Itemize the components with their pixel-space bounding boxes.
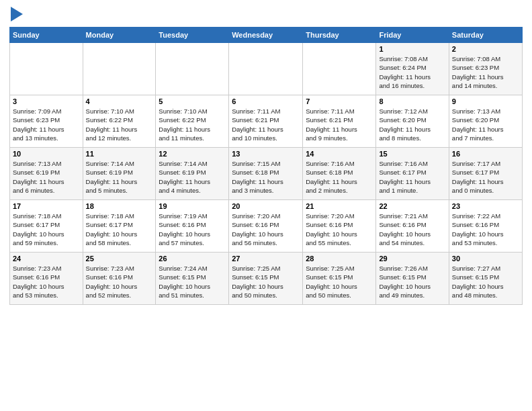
day-info: Sunrise: 7:14 AM Sunset: 6:19 PM Dayligh…: [86, 159, 153, 195]
day-cell: 24Sunrise: 7:23 AM Sunset: 6:16 PM Dayli…: [10, 253, 83, 305]
day-number: 20: [232, 202, 300, 210]
day-info: Sunrise: 7:16 AM Sunset: 6:17 PM Dayligh…: [379, 159, 445, 195]
day-cell: 2Sunrise: 7:08 AM Sunset: 6:23 PM Daylig…: [449, 43, 522, 95]
day-cell: 1Sunrise: 7:08 AM Sunset: 6:24 PM Daylig…: [376, 43, 449, 95]
day-cell: 19Sunrise: 7:19 AM Sunset: 6:16 PM Dayli…: [156, 200, 229, 253]
weekday-header-row: SundayMondayTuesdayWednesdayThursdayFrid…: [10, 28, 523, 43]
day-info: Sunrise: 7:11 AM Sunset: 6:21 PM Dayligh…: [232, 107, 300, 142]
day-info: Sunrise: 7:18 AM Sunset: 6:17 PM Dayligh…: [86, 212, 153, 247]
page-header: [9, 7, 523, 21]
day-number: 1: [379, 45, 445, 53]
day-number: 25: [86, 255, 153, 263]
day-number: 11: [86, 150, 153, 158]
day-info: Sunrise: 7:23 AM Sunset: 6:16 PM Dayligh…: [86, 264, 153, 300]
page-container: SundayMondayTuesdayWednesdayThursdayFrid…: [0, 0, 532, 411]
day-number: 22: [379, 202, 445, 210]
day-cell: 28Sunrise: 7:25 AM Sunset: 6:15 PM Dayli…: [303, 253, 376, 305]
weekday-header-tuesday: Tuesday: [156, 28, 229, 43]
week-row-2: 10Sunrise: 7:13 AM Sunset: 6:19 PM Dayli…: [10, 148, 523, 200]
day-info: Sunrise: 7:15 AM Sunset: 6:18 PM Dayligh…: [232, 159, 300, 195]
day-info: Sunrise: 7:23 AM Sunset: 6:16 PM Dayligh…: [13, 264, 80, 300]
day-number: 27: [232, 255, 300, 263]
day-info: Sunrise: 7:20 AM Sunset: 6:16 PM Dayligh…: [306, 212, 373, 247]
day-cell: 20Sunrise: 7:20 AM Sunset: 6:16 PM Dayli…: [229, 200, 303, 253]
day-number: 10: [13, 150, 80, 158]
day-cell: 29Sunrise: 7:26 AM Sunset: 6:15 PM Dayli…: [376, 253, 449, 305]
day-number: 24: [13, 255, 80, 263]
day-cell: 10Sunrise: 7:13 AM Sunset: 6:19 PM Dayli…: [10, 148, 83, 200]
day-number: 12: [159, 150, 226, 158]
day-info: Sunrise: 7:22 AM Sunset: 6:16 PM Dayligh…: [452, 212, 519, 247]
day-number: 30: [452, 255, 519, 263]
day-info: Sunrise: 7:26 AM Sunset: 6:15 PM Dayligh…: [379, 264, 445, 300]
day-info: Sunrise: 7:13 AM Sunset: 6:19 PM Dayligh…: [13, 159, 80, 195]
day-cell: 27Sunrise: 7:25 AM Sunset: 6:15 PM Dayli…: [229, 253, 303, 305]
day-cell: 21Sunrise: 7:20 AM Sunset: 6:16 PM Dayli…: [303, 200, 376, 253]
calendar-header: SundayMondayTuesdayWednesdayThursdayFrid…: [10, 28, 523, 43]
day-cell: 16Sunrise: 7:17 AM Sunset: 6:17 PM Dayli…: [449, 148, 522, 200]
day-info: Sunrise: 7:11 AM Sunset: 6:21 PM Dayligh…: [306, 107, 373, 142]
day-info: Sunrise: 7:08 AM Sunset: 6:24 PM Dayligh…: [379, 54, 445, 90]
weekday-header-monday: Monday: [83, 28, 156, 43]
day-info: Sunrise: 7:09 AM Sunset: 6:23 PM Dayligh…: [13, 107, 80, 142]
svg-marker-0: [11, 7, 23, 21]
day-cell: 6Sunrise: 7:11 AM Sunset: 6:21 PM Daylig…: [229, 95, 303, 148]
day-number: 14: [306, 150, 373, 158]
day-number: 17: [13, 202, 80, 210]
weekday-header-friday: Friday: [376, 28, 449, 43]
day-number: 2: [452, 45, 519, 53]
week-row-0: 1Sunrise: 7:08 AM Sunset: 6:24 PM Daylig…: [10, 43, 523, 95]
day-number: 28: [306, 255, 373, 263]
day-info: Sunrise: 7:19 AM Sunset: 6:16 PM Dayligh…: [159, 212, 226, 247]
day-info: Sunrise: 7:18 AM Sunset: 6:17 PM Dayligh…: [13, 212, 80, 247]
day-number: 21: [306, 202, 373, 210]
day-cell: 8Sunrise: 7:12 AM Sunset: 6:20 PM Daylig…: [376, 95, 449, 148]
day-number: 3: [13, 97, 80, 105]
day-info: Sunrise: 7:12 AM Sunset: 6:20 PM Dayligh…: [379, 107, 445, 142]
weekday-header-saturday: Saturday: [449, 28, 522, 43]
day-cell: 17Sunrise: 7:18 AM Sunset: 6:17 PM Dayli…: [10, 200, 83, 253]
day-number: 18: [86, 202, 153, 210]
day-info: Sunrise: 7:08 AM Sunset: 6:23 PM Dayligh…: [452, 54, 519, 90]
logo: [9, 7, 23, 21]
logo-icon: [11, 7, 23, 21]
day-number: 4: [86, 97, 153, 105]
day-cell: 14Sunrise: 7:16 AM Sunset: 6:18 PM Dayli…: [303, 148, 376, 200]
day-cell: 26Sunrise: 7:24 AM Sunset: 6:15 PM Dayli…: [156, 253, 229, 305]
day-cell: 12Sunrise: 7:14 AM Sunset: 6:19 PM Dayli…: [156, 148, 229, 200]
weekday-header-wednesday: Wednesday: [229, 28, 303, 43]
day-cell: 25Sunrise: 7:23 AM Sunset: 6:16 PM Dayli…: [83, 253, 156, 305]
day-cell: 3Sunrise: 7:09 AM Sunset: 6:23 PM Daylig…: [10, 95, 83, 148]
day-info: Sunrise: 7:27 AM Sunset: 6:15 PM Dayligh…: [452, 264, 519, 300]
day-number: 8: [379, 97, 445, 105]
day-number: 6: [232, 97, 300, 105]
week-row-3: 17Sunrise: 7:18 AM Sunset: 6:17 PM Dayli…: [10, 200, 523, 253]
day-info: Sunrise: 7:21 AM Sunset: 6:16 PM Dayligh…: [379, 212, 445, 247]
day-cell: 5Sunrise: 7:10 AM Sunset: 6:22 PM Daylig…: [156, 95, 229, 148]
day-cell: 11Sunrise: 7:14 AM Sunset: 6:19 PM Dayli…: [83, 148, 156, 200]
calendar-body: 1Sunrise: 7:08 AM Sunset: 6:24 PM Daylig…: [10, 43, 523, 305]
day-number: 16: [452, 150, 519, 158]
day-info: Sunrise: 7:13 AM Sunset: 6:20 PM Dayligh…: [452, 107, 519, 142]
day-number: 23: [452, 202, 519, 210]
week-row-4: 24Sunrise: 7:23 AM Sunset: 6:16 PM Dayli…: [10, 253, 523, 305]
day-cell: [229, 43, 303, 95]
day-number: 9: [452, 97, 519, 105]
day-number: 29: [379, 255, 445, 263]
day-number: 5: [159, 97, 226, 105]
day-info: Sunrise: 7:24 AM Sunset: 6:15 PM Dayligh…: [159, 264, 226, 300]
day-cell: 18Sunrise: 7:18 AM Sunset: 6:17 PM Dayli…: [83, 200, 156, 253]
day-info: Sunrise: 7:16 AM Sunset: 6:18 PM Dayligh…: [306, 159, 373, 195]
day-cell: 23Sunrise: 7:22 AM Sunset: 6:16 PM Dayli…: [449, 200, 522, 253]
weekday-header-thursday: Thursday: [303, 28, 376, 43]
day-number: 7: [306, 97, 373, 105]
day-cell: 4Sunrise: 7:10 AM Sunset: 6:22 PM Daylig…: [83, 95, 156, 148]
day-info: Sunrise: 7:20 AM Sunset: 6:16 PM Dayligh…: [232, 212, 300, 247]
day-info: Sunrise: 7:10 AM Sunset: 6:22 PM Dayligh…: [86, 107, 153, 142]
day-info: Sunrise: 7:14 AM Sunset: 6:19 PM Dayligh…: [159, 159, 226, 195]
day-cell: 7Sunrise: 7:11 AM Sunset: 6:21 PM Daylig…: [303, 95, 376, 148]
day-cell: 9Sunrise: 7:13 AM Sunset: 6:20 PM Daylig…: [449, 95, 522, 148]
weekday-header-sunday: Sunday: [10, 28, 83, 43]
day-cell: 13Sunrise: 7:15 AM Sunset: 6:18 PM Dayli…: [229, 148, 303, 200]
day-info: Sunrise: 7:17 AM Sunset: 6:17 PM Dayligh…: [452, 159, 519, 195]
